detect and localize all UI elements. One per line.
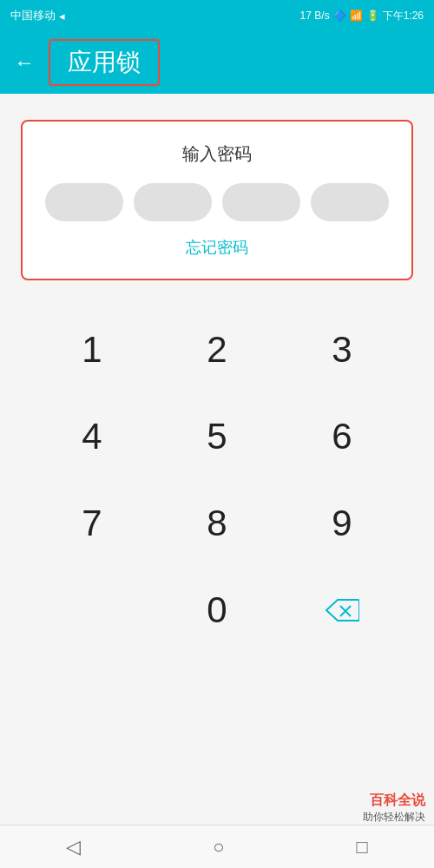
status-right: 17 B/s 🔷 📶 🔋 下午1:26 (300, 9, 424, 23)
title-box: 应用锁 (49, 39, 160, 86)
password-dots (40, 183, 394, 221)
nav-bar: ◁ ○ □ (0, 825, 434, 868)
key-4[interactable]: 4 (49, 402, 135, 471)
password-dot-3 (222, 183, 300, 221)
key-6[interactable]: 6 (299, 402, 385, 471)
nav-recent-icon[interactable]: □ (357, 836, 368, 858)
key-3[interactable]: 3 (299, 315, 385, 385)
page-title: 应用锁 (68, 49, 141, 76)
numpad-row-2: 4 5 6 (30, 402, 404, 471)
status-bar: 中国移动 ◂ 17 B/s 🔷 📶 🔋 下午1:26 (0, 0, 434, 31)
battery-icon: 🔋 (366, 10, 379, 22)
top-bar: ← 应用锁 (0, 31, 434, 94)
password-area: 输入密码 忘记密码 (21, 120, 413, 280)
password-dot-4 (311, 183, 389, 221)
forgot-password-link[interactable]: 忘记密码 (40, 237, 394, 258)
numpad: 1 2 3 4 5 6 7 8 9 0 (21, 315, 413, 645)
nav-home-icon[interactable]: ○ (213, 836, 224, 858)
speed-text: 17 B/s (300, 10, 330, 22)
key-0[interactable]: 0 (174, 575, 260, 645)
bluetooth-icon: 🔷 (333, 10, 346, 22)
watermark-subtitle: 助你轻松解决 (363, 810, 425, 825)
key-5[interactable]: 5 (174, 402, 260, 471)
key-7[interactable]: 7 (49, 489, 135, 558)
numpad-row-4: 0 (30, 575, 404, 645)
signal-icon: ◂ (59, 10, 65, 23)
time-text: 下午1:26 (383, 9, 424, 23)
nav-back-icon[interactable]: ◁ (66, 836, 81, 858)
watermark: 百科全说 助你轻松解决 (363, 792, 425, 825)
back-button[interactable]: ← (14, 50, 35, 75)
key-9[interactable]: 9 (299, 489, 385, 558)
key-8[interactable]: 8 (174, 489, 260, 558)
delete-key[interactable] (299, 575, 385, 645)
password-dot-2 (134, 183, 212, 221)
watermark-title: 百科全说 (363, 792, 425, 810)
main-content: 输入密码 忘记密码 1 2 3 4 5 6 7 8 9 0 (0, 94, 434, 645)
password-dot-1 (45, 183, 123, 221)
password-label: 输入密码 (40, 142, 394, 166)
status-left: 中国移动 ◂ (10, 8, 65, 23)
numpad-row-3: 7 8 9 (30, 489, 404, 558)
wifi-icon: 📶 (350, 10, 363, 22)
carrier-text: 中国移动 (10, 8, 56, 23)
numpad-row-1: 1 2 3 (30, 315, 404, 385)
key-1[interactable]: 1 (49, 315, 135, 385)
key-2[interactable]: 2 (174, 315, 260, 385)
